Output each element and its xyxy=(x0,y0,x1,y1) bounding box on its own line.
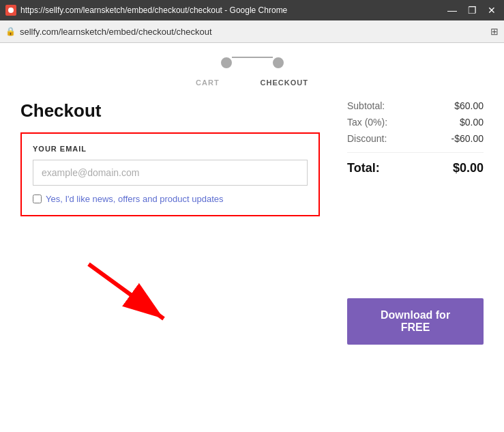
checkout-right: Subtotal: $60.00 Tax (0%): $0.00 Discoun… xyxy=(347,100,484,230)
bottom-section: Download for FREE xyxy=(20,244,484,345)
newsletter-label: Yes, I'd like news, offers and product u… xyxy=(46,194,223,204)
favicon-icon xyxy=(5,5,16,16)
translate-icon: ⊞ xyxy=(490,26,499,37)
lock-icon: 🔒 xyxy=(5,27,16,36)
title-bar: https://sellfy.com/learnsketch/embed/che… xyxy=(0,0,504,20)
total-value: $0.00 xyxy=(453,161,484,175)
right-col: Download for FREE xyxy=(347,244,484,345)
close-button[interactable]: ✕ xyxy=(485,5,499,15)
title-bar-left: https://sellfy.com/learnsketch/embed/che… xyxy=(5,5,287,16)
browser-title: https://sellfy.com/learnsketch/embed/che… xyxy=(20,5,287,15)
total-label: Total: xyxy=(347,161,380,175)
email-input[interactable] xyxy=(33,160,308,186)
checkout-left: Checkout YOUR EMAIL Yes, I'd like news, … xyxy=(20,100,320,230)
step-cart xyxy=(221,57,232,68)
url-text[interactable]: sellfy.com/learnsketch/embed/checkout/ch… xyxy=(20,27,486,37)
browser-chrome: https://sellfy.com/learnsketch/embed/che… xyxy=(0,0,504,43)
discount-row: Discount: -$60.00 xyxy=(347,133,484,144)
discount-label: Discount: xyxy=(347,133,387,144)
step-line xyxy=(232,57,273,58)
subtotal-row: Subtotal: $60.00 xyxy=(347,100,484,111)
page-content: CART CHECKOUT Checkout YOUR EMAIL Yes, I… xyxy=(0,43,504,358)
svg-line-1 xyxy=(89,264,164,319)
address-bar: 🔒 sellfy.com/learnsketch/embed/checkout/… xyxy=(0,20,504,42)
step-cart-circle xyxy=(221,57,232,68)
restore-button[interactable]: ❐ xyxy=(465,5,479,15)
email-label: YOUR EMAIL xyxy=(33,145,308,153)
left-spacer xyxy=(20,244,347,345)
minimize-button[interactable]: — xyxy=(445,5,460,15)
newsletter-checkbox[interactable] xyxy=(33,195,42,203)
download-button[interactable]: Download for FREE xyxy=(347,298,484,345)
checkout-layout: Checkout YOUR EMAIL Yes, I'd like news, … xyxy=(20,100,484,230)
step-checkout xyxy=(273,57,284,68)
subtotal-label: Subtotal: xyxy=(347,100,385,111)
order-summary: Subtotal: $60.00 Tax (0%): $0.00 Discoun… xyxy=(347,100,484,175)
page-title: Checkout xyxy=(20,100,320,121)
step-checkout-circle xyxy=(273,57,284,68)
red-arrow-annotation xyxy=(75,257,184,332)
newsletter-row: Yes, I'd like news, offers and product u… xyxy=(33,194,308,204)
cart-step-label: CART xyxy=(196,78,220,87)
checkout-step-label: CHECKOUT xyxy=(261,78,308,87)
tax-label: Tax (0%): xyxy=(347,117,387,128)
window-controls: — ❐ ✕ xyxy=(445,5,499,15)
total-row: Total: $0.00 xyxy=(347,161,484,175)
subtotal-value: $60.00 xyxy=(454,100,484,111)
tax-row: Tax (0%): $0.00 xyxy=(347,117,484,128)
email-form-box: YOUR EMAIL Yes, I'd like news, offers an… xyxy=(20,132,320,216)
checkout-stepper xyxy=(20,57,484,69)
summary-divider xyxy=(347,152,484,153)
tax-value: $0.00 xyxy=(460,117,484,128)
discount-value: -$60.00 xyxy=(451,133,484,144)
